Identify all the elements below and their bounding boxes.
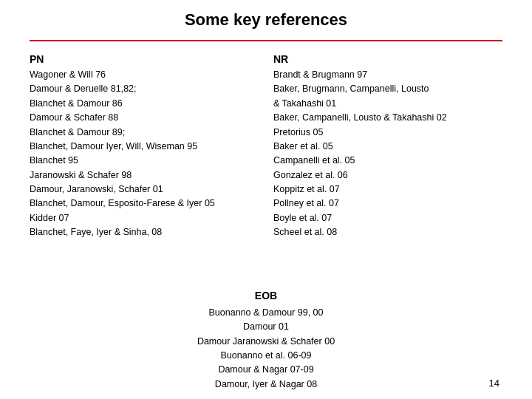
list-item: Blanchet 95: [30, 154, 259, 168]
eob-body: Buonanno & Damour 99, 00 Damour 01 Damou…: [30, 306, 502, 392]
list-item: Jaranowski & Schafer 98: [30, 168, 259, 183]
list-item: Scheel et al. 08: [273, 225, 502, 239]
page-number: 14: [489, 378, 499, 389]
eob-section: EOB Buonanno & Damour 99, 00 Damour 01 D…: [30, 290, 502, 392]
list-item: Blanchet, Faye, Iyer & Sinha, 08: [30, 225, 259, 239]
list-item: Wagoner & Will 76: [30, 68, 259, 82]
page-title: Some key references: [30, 10, 502, 30]
list-item: Blanchet & Damour 89;: [30, 126, 259, 140]
list-item: Kidder 07: [30, 211, 259, 225]
list-item: Gonzalez et al. 06: [273, 168, 502, 183]
list-item: Baker et al. 05: [273, 140, 502, 154]
list-item: Baker, Campanelli, Lousto & Takahashi 02: [273, 111, 502, 125]
list-item: Blanchet, Damour, Esposito-Farese & Iyer…: [30, 197, 259, 211]
pn-column: PN Wagoner & Will 76 Damour & Deruelle 8…: [30, 53, 259, 275]
list-item: Brandt & Brugmann 97: [273, 68, 502, 82]
list-item: Koppitz et al. 07: [273, 183, 502, 197]
nr-column: NR Brandt & Brugmann 97 Baker, Brugmann,…: [273, 53, 502, 275]
red-divider: [30, 40, 502, 41]
list-item: & Takahashi 01: [273, 97, 502, 111]
list-item: Damour, Iyer & Nagar 08: [30, 378, 502, 392]
list-item: Buonanno et al. 06-09: [30, 349, 502, 363]
nr-header: NR: [273, 53, 502, 65]
main-columns: PN Wagoner & Will 76 Damour & Deruelle 8…: [30, 53, 502, 275]
title-section: Some key references: [30, 0, 502, 35]
page: Some key references PN Wagoner & Will 76…: [0, 0, 532, 399]
list-item: Pretorius 05: [273, 126, 502, 140]
list-item: Baker, Brugmann, Campanelli, Lousto: [273, 82, 502, 96]
list-item: Campanelli et al. 05: [273, 154, 502, 168]
list-item: Pollney et al. 07: [273, 197, 502, 211]
eob-header: EOB: [30, 290, 502, 301]
list-item: Buonanno & Damour 99, 00: [30, 306, 502, 320]
list-item: Damour Jaranowski & Schafer 00: [30, 335, 502, 349]
list-item: Damour & Nagar 07-09: [30, 363, 502, 377]
list-item: Damour 01: [30, 320, 502, 334]
list-item: Damour & Deruelle 81,82;: [30, 82, 259, 96]
list-item: Blanchet & Damour 86: [30, 97, 259, 111]
nr-body: Brandt & Brugmann 97 Baker, Brugmann, Ca…: [273, 68, 502, 240]
pn-body: Wagoner & Will 76 Damour & Deruelle 81,8…: [30, 68, 259, 240]
pn-header: PN: [30, 53, 259, 65]
list-item: Boyle et al. 07: [273, 211, 502, 225]
list-item: Damour & Schafer 88: [30, 111, 259, 125]
list-item: Blanchet, Damour Iyer, Will, Wiseman 95: [30, 140, 259, 154]
list-item: Damour, Jaranowski, Schafer 01: [30, 183, 259, 197]
